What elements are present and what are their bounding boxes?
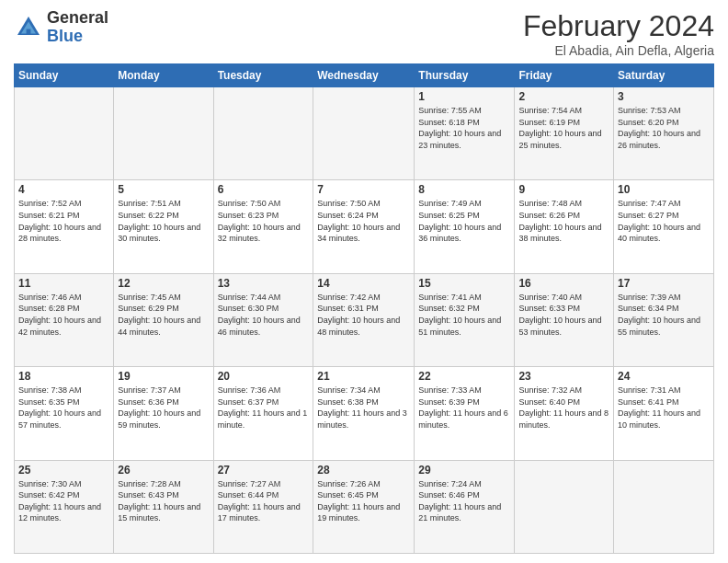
week-row-2: 4Sunrise: 7:52 AMSunset: 6:21 PMDaylight… xyxy=(15,180,714,273)
day-info: Sunrise: 7:32 AMSunset: 6:40 PMDaylight:… xyxy=(518,385,609,430)
location: El Abadia, Ain Defla, Algeria xyxy=(523,43,714,58)
day-info: Sunrise: 7:33 AMSunset: 6:39 PMDaylight:… xyxy=(418,385,508,430)
day-number: 2 xyxy=(518,90,609,103)
day-cell: 28Sunrise: 7:26 AMSunset: 6:45 PMDayligh… xyxy=(313,460,415,553)
day-info: Sunrise: 7:27 AMSunset: 6:44 PMDaylight:… xyxy=(218,479,301,523)
week-row-4: 18Sunrise: 7:38 AMSunset: 6:35 PMDayligh… xyxy=(15,367,714,460)
day-number: 4 xyxy=(18,183,109,196)
day-cell: 25Sunrise: 7:30 AMSunset: 6:42 PMDayligh… xyxy=(15,460,114,553)
day-info: Sunrise: 7:53 AMSunset: 6:20 PMDaylight:… xyxy=(618,106,700,150)
day-cell: 9Sunrise: 7:48 AMSunset: 6:26 PMDaylight… xyxy=(515,180,614,273)
day-cell: 13Sunrise: 7:44 AMSunset: 6:30 PMDayligh… xyxy=(213,273,313,366)
day-cell: 26Sunrise: 7:28 AMSunset: 6:43 PMDayligh… xyxy=(114,460,213,553)
day-info: Sunrise: 7:38 AMSunset: 6:35 PMDaylight:… xyxy=(18,385,101,430)
logo-text: General Blue xyxy=(47,9,108,46)
day-cell: 5Sunrise: 7:51 AMSunset: 6:22 PMDaylight… xyxy=(114,180,213,273)
day-cell xyxy=(114,87,213,180)
day-cell: 22Sunrise: 7:33 AMSunset: 6:39 PMDayligh… xyxy=(415,367,515,460)
day-cell: 7Sunrise: 7:50 AMSunset: 6:24 PMDaylight… xyxy=(313,180,415,273)
day-cell: 29Sunrise: 7:24 AMSunset: 6:46 PMDayligh… xyxy=(415,460,515,553)
day-number: 14 xyxy=(317,277,410,290)
day-info: Sunrise: 7:46 AMSunset: 6:28 PMDaylight:… xyxy=(18,293,101,337)
day-info: Sunrise: 7:39 AMSunset: 6:34 PMDaylight:… xyxy=(618,293,700,337)
day-info: Sunrise: 7:28 AMSunset: 6:43 PMDaylight:… xyxy=(118,479,200,523)
day-cell xyxy=(313,87,415,180)
day-info: Sunrise: 7:55 AMSunset: 6:18 PMDaylight:… xyxy=(418,106,501,150)
weekday-header-tuesday: Tuesday xyxy=(213,64,313,87)
day-cell: 3Sunrise: 7:53 AMSunset: 6:20 PMDaylight… xyxy=(614,87,714,180)
day-number: 23 xyxy=(518,370,609,383)
day-number: 1 xyxy=(418,90,510,103)
day-number: 22 xyxy=(418,370,510,383)
day-cell xyxy=(213,87,313,180)
day-info: Sunrise: 7:49 AMSunset: 6:25 PMDaylight:… xyxy=(418,199,501,243)
day-number: 5 xyxy=(118,183,209,196)
day-cell: 8Sunrise: 7:49 AMSunset: 6:25 PMDaylight… xyxy=(415,180,515,273)
day-cell: 17Sunrise: 7:39 AMSunset: 6:34 PMDayligh… xyxy=(614,273,714,366)
day-info: Sunrise: 7:30 AMSunset: 6:42 PMDaylight:… xyxy=(18,479,101,523)
day-number: 6 xyxy=(218,183,310,196)
day-cell xyxy=(614,460,714,553)
day-info: Sunrise: 7:50 AMSunset: 6:24 PMDaylight:… xyxy=(317,199,400,243)
weekday-header-sunday: Sunday xyxy=(15,64,114,87)
day-cell: 27Sunrise: 7:27 AMSunset: 6:44 PMDayligh… xyxy=(213,460,313,553)
svg-rect-2 xyxy=(27,29,31,34)
day-number: 3 xyxy=(618,90,710,103)
day-number: 26 xyxy=(118,464,209,477)
week-row-3: 11Sunrise: 7:46 AMSunset: 6:28 PMDayligh… xyxy=(15,273,714,366)
logo-blue-text: Blue xyxy=(47,27,83,45)
week-row-1: 1Sunrise: 7:55 AMSunset: 6:18 PMDaylight… xyxy=(15,87,714,180)
day-info: Sunrise: 7:34 AMSunset: 6:38 PMDaylight:… xyxy=(317,385,407,430)
day-info: Sunrise: 7:40 AMSunset: 6:33 PMDaylight:… xyxy=(518,293,601,337)
day-info: Sunrise: 7:37 AMSunset: 6:36 PMDaylight:… xyxy=(118,385,200,430)
day-cell: 20Sunrise: 7:36 AMSunset: 6:37 PMDayligh… xyxy=(213,367,313,460)
day-number: 15 xyxy=(418,277,510,290)
day-info: Sunrise: 7:45 AMSunset: 6:29 PMDaylight:… xyxy=(118,293,200,337)
day-cell xyxy=(15,87,114,180)
weekday-header-saturday: Saturday xyxy=(614,64,714,87)
day-info: Sunrise: 7:48 AMSunset: 6:26 PMDaylight:… xyxy=(518,199,601,243)
day-number: 13 xyxy=(218,277,310,290)
day-cell: 1Sunrise: 7:55 AMSunset: 6:18 PMDaylight… xyxy=(415,87,515,180)
day-info: Sunrise: 7:54 AMSunset: 6:19 PMDaylight:… xyxy=(518,106,601,150)
day-number: 29 xyxy=(418,464,510,477)
day-number: 16 xyxy=(518,277,609,290)
day-cell: 21Sunrise: 7:34 AMSunset: 6:38 PMDayligh… xyxy=(313,367,415,460)
day-number: 24 xyxy=(618,370,710,383)
day-cell: 14Sunrise: 7:42 AMSunset: 6:31 PMDayligh… xyxy=(313,273,415,366)
day-number: 17 xyxy=(618,277,710,290)
day-info: Sunrise: 7:51 AMSunset: 6:22 PMDaylight:… xyxy=(118,199,200,243)
weekday-header-friday: Friday xyxy=(515,64,614,87)
weekday-header-wednesday: Wednesday xyxy=(313,64,415,87)
day-info: Sunrise: 7:31 AMSunset: 6:41 PMDaylight:… xyxy=(618,385,700,430)
day-number: 7 xyxy=(317,183,410,196)
day-info: Sunrise: 7:41 AMSunset: 6:32 PMDaylight:… xyxy=(418,293,501,337)
day-number: 12 xyxy=(118,277,209,290)
day-number: 27 xyxy=(218,464,310,477)
day-number: 20 xyxy=(218,370,310,383)
day-cell: 10Sunrise: 7:47 AMSunset: 6:27 PMDayligh… xyxy=(614,180,714,273)
weekday-header-monday: Monday xyxy=(114,64,213,87)
day-number: 25 xyxy=(18,464,109,477)
day-info: Sunrise: 7:24 AMSunset: 6:46 PMDaylight:… xyxy=(418,479,501,523)
day-info: Sunrise: 7:52 AMSunset: 6:21 PMDaylight:… xyxy=(18,199,101,243)
day-number: 19 xyxy=(118,370,209,383)
day-number: 11 xyxy=(18,277,109,290)
day-cell: 4Sunrise: 7:52 AMSunset: 6:21 PMDaylight… xyxy=(15,180,114,273)
calendar: SundayMondayTuesdayWednesdayThursdayFrid… xyxy=(14,63,714,554)
day-number: 9 xyxy=(518,183,609,196)
day-info: Sunrise: 7:47 AMSunset: 6:27 PMDaylight:… xyxy=(618,199,700,243)
week-row-5: 25Sunrise: 7:30 AMSunset: 6:42 PMDayligh… xyxy=(15,460,714,553)
day-cell: 2Sunrise: 7:54 AMSunset: 6:19 PMDaylight… xyxy=(515,87,614,180)
day-number: 8 xyxy=(418,183,510,196)
weekday-header-row: SundayMondayTuesdayWednesdayThursdayFrid… xyxy=(15,64,714,87)
day-info: Sunrise: 7:50 AMSunset: 6:23 PMDaylight:… xyxy=(218,199,301,243)
logo: General Blue xyxy=(14,9,108,46)
day-cell: 12Sunrise: 7:45 AMSunset: 6:29 PMDayligh… xyxy=(114,273,213,366)
day-info: Sunrise: 7:26 AMSunset: 6:45 PMDaylight:… xyxy=(317,479,400,523)
day-cell: 15Sunrise: 7:41 AMSunset: 6:32 PMDayligh… xyxy=(415,273,515,366)
day-info: Sunrise: 7:44 AMSunset: 6:30 PMDaylight:… xyxy=(218,293,301,337)
logo-icon xyxy=(14,13,43,42)
weekday-header-thursday: Thursday xyxy=(415,64,515,87)
day-info: Sunrise: 7:42 AMSunset: 6:31 PMDaylight:… xyxy=(317,293,400,337)
